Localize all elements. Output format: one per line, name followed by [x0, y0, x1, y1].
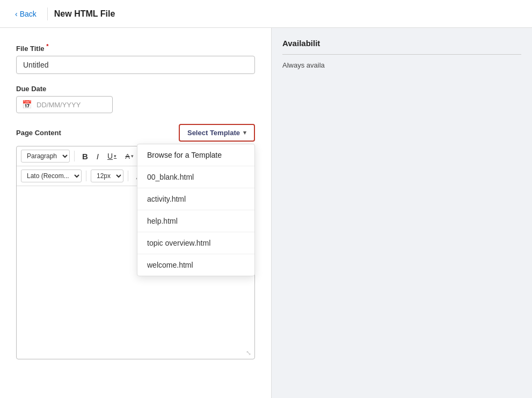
- template-item-1[interactable]: activity.html: [137, 188, 254, 210]
- due-date-label: Due Date: [16, 85, 255, 93]
- back-label: Back: [20, 10, 37, 18]
- toolbar-sep-5: [128, 171, 128, 181]
- calendar-icon: 📅: [22, 100, 32, 109]
- sidebar: Availabilit Always availa: [271, 28, 532, 398]
- due-date-field[interactable]: 📅 DD/MM/YYYY: [16, 96, 113, 113]
- font-size-select[interactable]: 12px: [91, 169, 123, 182]
- app-header: ‹ Back New HTML File: [0, 0, 532, 28]
- page-layout: File Title * Due Date 📅 DD/MM/YYYY Page …: [0, 28, 532, 398]
- sidebar-availability-text: Always availa: [282, 61, 521, 69]
- file-title-label: File Title *: [16, 43, 255, 53]
- template-item-2[interactable]: help.html: [137, 210, 254, 232]
- strikethrough-button[interactable]: A ▾: [122, 151, 137, 162]
- select-template-label: Select Template: [187, 129, 240, 137]
- template-dropdown: Browse for a Template 00_blank.html acti…: [137, 144, 255, 276]
- template-item-0[interactable]: 00_blank.html: [137, 166, 254, 188]
- page-content-label: Page Content: [16, 129, 61, 137]
- paragraph-select[interactable]: Paragraph: [21, 150, 70, 163]
- due-date-group: Due Date 📅 DD/MM/YYYY: [16, 85, 255, 113]
- toolbar-sep-1: [74, 151, 75, 161]
- back-button[interactable]: ‹ Back: [11, 8, 41, 20]
- italic-button[interactable]: I: [93, 150, 102, 163]
- toolbar-sep-4: [86, 171, 86, 181]
- browse-template-item[interactable]: Browse for a Template: [137, 144, 254, 166]
- font-select[interactable]: Lato (Recom...: [21, 169, 82, 182]
- sidebar-title: Availabilit: [282, 39, 521, 48]
- template-btn-wrapper: Select Template ▾ Browse for a Template …: [179, 124, 255, 142]
- page-content-group: Page Content Select Template ▾ Browse fo…: [16, 124, 255, 359]
- header-divider: [47, 8, 48, 20]
- template-item-4[interactable]: welcome.html: [137, 254, 254, 276]
- due-date-placeholder: DD/MM/YYYY: [37, 101, 81, 109]
- sidebar-divider: [282, 54, 521, 55]
- main-content: File Title * Due Date 📅 DD/MM/YYYY Page …: [0, 28, 271, 398]
- template-item-3[interactable]: topic overview.html: [137, 232, 254, 254]
- chevron-down-icon: ▾: [243, 129, 246, 136]
- editor-resize-handle: ⤡: [17, 347, 254, 359]
- back-chevron-icon: ‹: [15, 10, 18, 18]
- select-template-button[interactable]: Select Template ▾: [179, 124, 255, 142]
- page-title: New HTML File: [54, 9, 115, 19]
- file-title-input[interactable]: [16, 56, 255, 74]
- file-title-group: File Title *: [16, 43, 255, 74]
- bold-button[interactable]: B: [79, 150, 91, 163]
- underline-chevron-icon: ▾: [114, 153, 116, 159]
- page-content-header: Page Content Select Template ▾ Browse fo…: [16, 124, 255, 142]
- underline-button[interactable]: U ▾: [104, 150, 120, 162]
- resize-icon: ⤡: [246, 349, 251, 357]
- strike-chevron-icon: ▾: [131, 153, 134, 159]
